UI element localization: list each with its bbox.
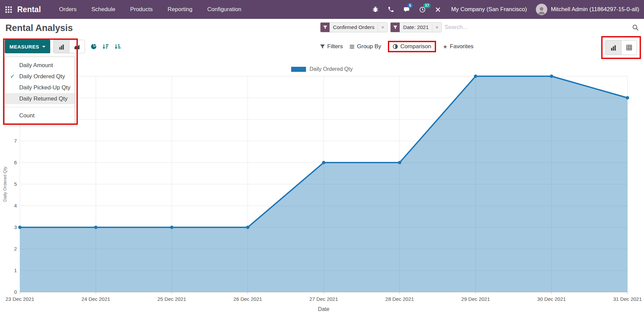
menu-item-reporting[interactable]: Reporting — [167, 6, 192, 13]
x-tick-3: 26 Dec 2021 — [234, 296, 262, 302]
app-brand[interactable]: Rental — [17, 5, 41, 14]
annotation-box-view-switcher — [601, 36, 641, 59]
x-tick-0: 23 Dec 2021 — [5, 296, 34, 302]
search-options: Filters Group By Comparison ★ Favorites — [320, 40, 473, 53]
menu-item-schedule[interactable]: Schedule — [91, 6, 115, 13]
x-tick-5: 28 Dec 2021 — [385, 296, 414, 302]
measure-option-4[interactable]: Count — [5, 110, 74, 121]
plot-area[interactable] — [20, 76, 627, 292]
x-tick-7: 30 Dec 2021 — [537, 296, 566, 302]
apps-grid-icon[interactable] — [5, 6, 12, 13]
top-navbar: Rental Orders Schedule Products Reportin… — [0, 0, 644, 19]
graph-view-icon — [610, 45, 616, 51]
search-bar: Confirmed Orders × Date: 2021 × — [320, 22, 639, 33]
y-tick-4: 4 — [2, 203, 17, 208]
menu-item-products[interactable]: Products — [130, 6, 153, 13]
user-avatar[interactable] — [536, 4, 547, 15]
measure-option-0[interactable]: Daily Amount — [5, 60, 74, 71]
search-facet-confirmed-orders: Confirmed Orders × — [320, 22, 388, 32]
measures-button-label: MEASURES — [9, 44, 39, 50]
funnel-icon — [391, 23, 400, 32]
x-axis-title: Date — [20, 306, 627, 312]
graph-view-button[interactable] — [606, 40, 621, 55]
y-tick-3: 3 — [2, 224, 17, 230]
x-tick-4: 27 Dec 2021 — [309, 296, 338, 302]
dropdown-divider — [5, 107, 74, 107]
funnel-icon — [320, 45, 325, 49]
measure-option-label: Daily Returned Qty — [19, 95, 68, 102]
annotation-box-comparison: Comparison — [388, 41, 436, 52]
filters-label: Filters — [327, 43, 343, 50]
search-input[interactable] — [444, 24, 630, 31]
measure-option-label: Daily Picked-Up Qty — [19, 84, 70, 91]
bars-icon — [349, 44, 355, 49]
x-tick-2: 25 Dec 2021 — [157, 296, 186, 302]
activities-badge: 37 — [423, 3, 431, 8]
legend-label: Daily Ordered Qty — [309, 66, 352, 72]
y-tick-5: 5 — [2, 181, 17, 187]
facet-remove-button[interactable]: × — [378, 23, 387, 32]
y-tick-0: 0 — [2, 289, 17, 295]
tools-icon[interactable] — [435, 6, 441, 13]
search-icon[interactable] — [632, 24, 639, 31]
messages-badge: 5 — [407, 3, 413, 8]
legend-swatch — [291, 67, 306, 72]
chart-type-bar-button[interactable] — [54, 40, 69, 53]
view-switcher — [605, 40, 637, 55]
activities-clock-icon[interactable]: 37 — [419, 6, 426, 13]
caret-down-icon — [42, 46, 45, 48]
bug-icon[interactable] — [372, 6, 379, 13]
funnel-icon — [320, 23, 330, 32]
search-facet-date-2021: Date: 2021 × — [390, 22, 442, 32]
chart-type-pie-button[interactable] — [91, 44, 97, 50]
user-menu[interactable]: Mitchell Admin (11864297-15-0-all) — [551, 6, 639, 13]
star-icon: ★ — [443, 44, 448, 50]
phone-icon[interactable] — [388, 6, 394, 13]
favorites-label: Favorites — [450, 43, 473, 50]
company-switcher[interactable]: My Company (San Francisco) — [451, 6, 527, 13]
y-tick-2: 2 — [2, 246, 17, 252]
x-tick-8: 31 Dec 2021 — [613, 296, 642, 302]
groupby-label: Group By — [357, 43, 381, 50]
chart-type-line-button[interactable] — [69, 40, 85, 53]
graph-toolbar: MEASURES — [5, 40, 121, 53]
y-tick-6: 6 — [2, 160, 17, 165]
x-tick-6: 29 Dec 2021 — [461, 296, 490, 302]
filters-button[interactable]: Filters — [320, 43, 343, 50]
messages-icon[interactable]: 5 — [403, 6, 410, 13]
comparison-label: Comparison — [400, 43, 431, 50]
facet-remove-button[interactable]: × — [432, 23, 441, 32]
navbar-right: 5 37 My Company (San Francisco) — [363, 4, 644, 15]
menu-item-orders[interactable]: Orders — [59, 6, 76, 13]
facet-label: Confirmed Orders — [330, 23, 378, 32]
measures-dropdown: Daily AmountDaily Ordered QtyDaily Picke… — [5, 57, 75, 124]
favorites-button[interactable]: ★ Favorites — [443, 43, 473, 50]
pivot-view-button[interactable] — [621, 40, 637, 55]
measures-button[interactable]: MEASURES — [5, 40, 50, 53]
rental-analysis-page: Rental Orders Schedule Products Reportin… — [0, 0, 644, 314]
facet-label: Date: 2021 — [400, 23, 432, 32]
menu-item-configuration[interactable]: Configuration — [207, 6, 241, 13]
comparison-button[interactable]: Comparison — [393, 43, 431, 50]
page-title: Rental Analysis — [5, 23, 73, 33]
chart-legend[interactable]: Daily Ordered Qty — [0, 66, 644, 72]
chart-type-group — [53, 40, 85, 53]
sort-descending-button[interactable] — [102, 44, 109, 50]
measure-option-3[interactable]: Daily Returned Qty — [5, 93, 74, 104]
y-tick-7: 7 — [2, 138, 17, 144]
x-tick-1: 24 Dec 2021 — [82, 296, 110, 302]
measure-option-label: Count — [19, 112, 34, 119]
groupby-button[interactable]: Group By — [349, 43, 381, 50]
y-tick-1: 1 — [2, 267, 17, 273]
main-menu: Orders Schedule Products Reporting Confi… — [59, 6, 241, 13]
measure-option-label: Daily Ordered Qty — [19, 73, 65, 80]
measure-option-2[interactable]: Daily Picked-Up Qty — [5, 82, 74, 93]
adjust-icon — [393, 44, 398, 49]
measure-option-1[interactable]: Daily Ordered Qty — [5, 71, 74, 82]
pivot-view-icon — [626, 45, 632, 51]
sort-ascending-button[interactable] — [115, 44, 121, 50]
measure-option-label: Daily Amount — [19, 62, 53, 68]
